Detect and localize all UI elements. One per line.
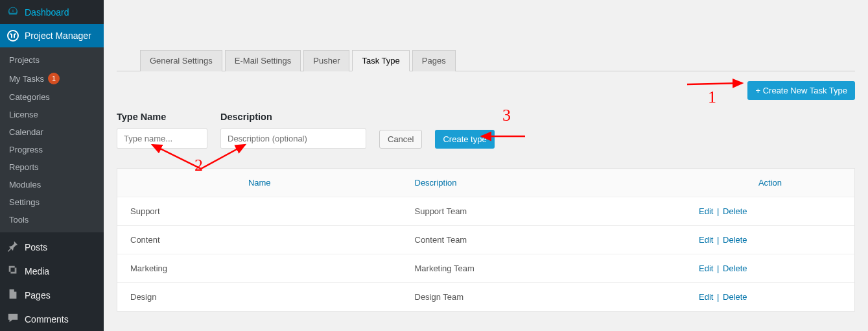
sidebar-item-pages[interactable]: Pages xyxy=(0,283,104,307)
dashboard-icon xyxy=(6,5,19,19)
cell-name: Marketing xyxy=(117,254,402,282)
sidebar-item-projects[interactable]: Projects xyxy=(0,51,104,69)
cancel-button[interactable]: Cancel xyxy=(379,130,422,149)
sidebar-item-license[interactable]: License xyxy=(0,106,104,123)
project-manager-submenu: Projects My Tasks 1 Categories License C… xyxy=(0,47,104,232)
cell-description: Marketing Team xyxy=(402,254,686,282)
sidebar-item-dashboard[interactable]: Dashboard xyxy=(0,0,104,24)
settings-tabs: General Settings E-Mail Settings Pusher … xyxy=(117,49,855,71)
comments-icon xyxy=(6,312,19,326)
edit-link[interactable]: Edit xyxy=(699,264,713,273)
sidebar-item-label: Pages xyxy=(25,290,51,300)
edit-link[interactable]: Edit xyxy=(699,292,713,302)
sidebar-item-tools[interactable]: Tools xyxy=(0,211,104,228)
tab-general-settings[interactable]: General Settings xyxy=(140,50,222,71)
sidebar-item-my-tasks[interactable]: My Tasks 1 xyxy=(0,69,104,88)
table-row: ContentContent TeamEdit | Delete xyxy=(117,226,854,254)
type-name-input[interactable] xyxy=(117,129,207,149)
table-header: Name Description Action xyxy=(117,169,854,197)
type-name-label: Type Name xyxy=(117,112,207,122)
cell-description: Content Team xyxy=(402,226,686,254)
create-type-button[interactable]: Create type xyxy=(435,130,494,149)
sidebar-item-settings[interactable]: Settings xyxy=(0,193,104,211)
project-manager-icon xyxy=(6,29,19,42)
edit-link[interactable]: Edit xyxy=(699,235,713,245)
admin-sidebar: Dashboard Project Manager Projects My Ta… xyxy=(0,0,104,331)
sidebar-item-project-manager[interactable]: Project Manager xyxy=(0,24,104,47)
col-name: Name xyxy=(117,169,402,197)
sidebar-item-label: Comments xyxy=(25,314,69,325)
delete-link[interactable]: Delete xyxy=(723,235,747,245)
table-row: MarketingMarketing TeamEdit | Delete xyxy=(117,254,854,283)
task-type-table: Name Description Action SupportSupport T… xyxy=(117,168,855,312)
cell-action: Edit | Delete xyxy=(686,197,854,225)
cell-action: Edit | Delete xyxy=(686,254,854,282)
sidebar-item-calendar[interactable]: Calendar xyxy=(0,123,104,141)
tab-pusher[interactable]: Pusher xyxy=(303,50,349,71)
delete-link[interactable]: Delete xyxy=(723,292,747,302)
my-tasks-badge: 1 xyxy=(48,73,60,84)
cell-action: Edit | Delete xyxy=(686,226,854,254)
col-action: Action xyxy=(686,169,854,197)
sidebar-item-comments[interactable]: Comments xyxy=(0,307,104,331)
cell-name: Design xyxy=(117,283,402,311)
cell-name: Content xyxy=(117,226,402,254)
sidebar-item-label: Posts xyxy=(25,242,47,252)
create-new-task-type-button[interactable]: + Create New Task Type xyxy=(747,81,855,100)
sidebar-item-label: Media xyxy=(25,266,49,276)
sidebar-item-label: Project Manager xyxy=(25,31,91,41)
col-description: Description xyxy=(402,169,686,197)
cell-description: Support Team xyxy=(402,197,686,225)
sidebar-item-label: Dashboard xyxy=(25,7,69,18)
edit-link[interactable]: Edit xyxy=(699,206,713,216)
table-row: DesignDesign TeamEdit | Delete xyxy=(117,283,854,311)
cell-description: Design Team xyxy=(402,283,686,311)
sidebar-item-categories[interactable]: Categories xyxy=(0,88,104,106)
tab-pages[interactable]: Pages xyxy=(412,50,456,71)
table-row: SupportSupport TeamEdit | Delete xyxy=(117,197,854,226)
pin-icon xyxy=(6,240,19,254)
tab-email-settings[interactable]: E-Mail Settings xyxy=(225,50,301,71)
sidebar-item-reports[interactable]: Reports xyxy=(0,158,104,176)
description-input[interactable] xyxy=(220,129,366,149)
sidebar-item-posts[interactable]: Posts xyxy=(0,235,104,259)
cell-action: Edit | Delete xyxy=(686,283,854,311)
new-task-type-form: Type Name Description Cancel Create type xyxy=(117,112,855,149)
delete-link[interactable]: Delete xyxy=(723,206,747,216)
description-label: Description xyxy=(220,112,366,122)
media-icon xyxy=(6,264,19,278)
sidebar-item-progress[interactable]: Progress xyxy=(0,141,104,158)
cell-name: Support xyxy=(117,197,402,225)
tab-task-type[interactable]: Task Type xyxy=(352,50,409,71)
sidebar-item-modules[interactable]: Modules xyxy=(0,176,104,193)
delete-link[interactable]: Delete xyxy=(723,264,747,273)
pages-icon xyxy=(6,288,19,302)
sidebar-item-media[interactable]: Media xyxy=(0,259,104,283)
main-content: General Settings E-Mail Settings Pusher … xyxy=(104,0,868,331)
